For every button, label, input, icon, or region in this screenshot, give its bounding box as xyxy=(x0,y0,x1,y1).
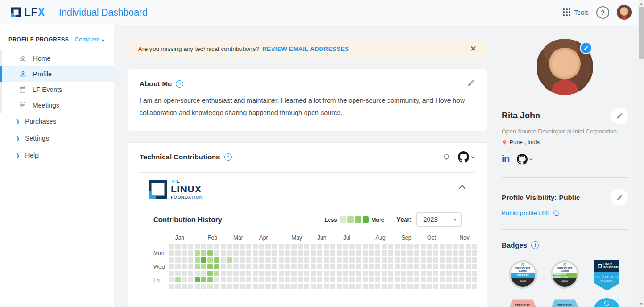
year-select[interactable]: 2023 ▾ xyxy=(416,212,462,227)
heatmap-cell-active[interactable] xyxy=(207,250,213,256)
heatmap-cell[interactable] xyxy=(227,284,232,289)
heatmap-cell[interactable] xyxy=(356,271,361,276)
heatmap-cell[interactable] xyxy=(407,264,413,269)
badge-fabric-administrator[interactable]: CERTIFIEDFABRICADMINISTRATOR xyxy=(507,298,538,307)
heatmap-cell[interactable] xyxy=(459,250,464,256)
heatmap-cell[interactable] xyxy=(343,250,348,256)
heatmap-cell[interactable] xyxy=(382,264,387,269)
heatmap-cell[interactable] xyxy=(324,284,329,289)
info-icon[interactable]: i xyxy=(224,153,232,161)
heatmap-cell[interactable] xyxy=(233,264,239,269)
heatmap-cell[interactable] xyxy=(375,277,380,282)
heatmap-cell[interactable] xyxy=(291,271,297,276)
heatmap-cell[interactable] xyxy=(453,284,458,289)
heatmap-cell[interactable] xyxy=(388,264,393,269)
heatmap-cell[interactable] xyxy=(343,277,348,282)
heatmap-cell[interactable] xyxy=(265,244,271,249)
heatmap-cell[interactable] xyxy=(401,284,406,289)
heatmap-cell[interactable] xyxy=(169,244,174,249)
sidebar-item-home[interactable]: Home xyxy=(0,50,114,66)
heatmap-cell[interactable] xyxy=(433,257,438,263)
heatmap-cell[interactable] xyxy=(433,264,438,269)
heatmap-cell[interactable] xyxy=(240,257,245,263)
heatmap-cell[interactable] xyxy=(246,277,251,282)
heatmap-cell[interactable] xyxy=(382,257,387,263)
heatmap-cell[interactable] xyxy=(356,264,361,269)
heatmap-cell[interactable] xyxy=(285,277,290,282)
heatmap-cell[interactable] xyxy=(356,257,361,263)
heatmap-cell[interactable] xyxy=(259,257,264,263)
badge-speaker-2020[interactable]: SOPEN SOURCE SUMMITSPEAKER2020 xyxy=(509,260,537,289)
heatmap-cell[interactable] xyxy=(188,271,193,276)
heatmap-cell[interactable] xyxy=(433,284,438,289)
heatmap-cell[interactable] xyxy=(272,250,277,256)
heatmap-cell[interactable] xyxy=(279,250,284,256)
heatmap-cell[interactable] xyxy=(311,271,316,276)
heatmap-cell[interactable] xyxy=(311,250,316,256)
heatmap-cell[interactable] xyxy=(304,264,309,269)
heatmap-cell[interactable] xyxy=(233,284,239,289)
heatmap-cell[interactable] xyxy=(253,284,258,289)
heatmap-cell[interactable] xyxy=(369,271,374,276)
heatmap-cell[interactable] xyxy=(459,257,464,263)
heatmap-cell[interactable] xyxy=(246,271,251,276)
heatmap-cell[interactable] xyxy=(343,284,348,289)
heatmap-cell[interactable] xyxy=(279,284,284,289)
heatmap-cell[interactable] xyxy=(472,284,477,289)
heatmap-cell[interactable] xyxy=(446,257,452,263)
heatmap-cell[interactable] xyxy=(472,244,477,249)
heatmap-cell[interactable] xyxy=(421,271,426,276)
heatmap-cell-active[interactable] xyxy=(201,277,206,282)
heatmap-cell[interactable] xyxy=(414,284,419,289)
heatmap-cell[interactable] xyxy=(369,250,374,256)
heatmap-cell-active[interactable] xyxy=(207,284,213,289)
heatmap-cell[interactable] xyxy=(440,277,445,282)
heatmap-cell-active[interactable] xyxy=(207,257,213,263)
heatmap-cell[interactable] xyxy=(349,277,355,282)
heatmap-cell-active[interactable] xyxy=(195,257,200,263)
heatmap-cell[interactable] xyxy=(246,264,251,269)
heatmap-cell[interactable] xyxy=(407,284,413,289)
heatmap-cell[interactable] xyxy=(349,244,355,249)
heatmap-cell[interactable] xyxy=(324,244,329,249)
page-scrollbar[interactable]: ▲ ▼ xyxy=(638,0,644,307)
badge-sawtooth-administrator[interactable]: CERTIFIEDSAWTOOTHADMINISTRATOR xyxy=(549,298,580,307)
heatmap-cell[interactable] xyxy=(233,277,239,282)
heatmap-cell[interactable] xyxy=(427,277,432,282)
heatmap-cell[interactable] xyxy=(214,250,219,256)
heatmap-cell[interactable] xyxy=(363,277,368,282)
heatmap-cell[interactable] xyxy=(188,250,193,256)
edit-photo-button[interactable] xyxy=(580,42,592,54)
heatmap-cell[interactable] xyxy=(265,257,271,263)
heatmap-cell[interactable] xyxy=(369,284,374,289)
heatmap-cell[interactable] xyxy=(285,284,290,289)
heatmap-cell[interactable] xyxy=(272,277,277,282)
heatmap-cell[interactable] xyxy=(453,277,458,282)
heatmap-cell[interactable] xyxy=(253,271,258,276)
heatmap-cell[interactable] xyxy=(324,271,329,276)
heatmap-cell[interactable] xyxy=(195,244,200,249)
heatmap-cell[interactable] xyxy=(356,244,361,249)
heatmap-cell[interactable] xyxy=(201,244,206,249)
heatmap-cell[interactable] xyxy=(382,244,387,249)
heatmap-cell[interactable] xyxy=(414,250,419,256)
heatmap-cell[interactable] xyxy=(285,264,290,269)
heatmap-cell[interactable] xyxy=(375,257,380,263)
public-profile-url-link[interactable]: Public profile URL xyxy=(502,209,628,216)
heatmap-cell-active[interactable] xyxy=(207,264,213,269)
heatmap-cell[interactable] xyxy=(349,257,355,263)
heatmap-cell[interactable] xyxy=(259,250,264,256)
heatmap-cell[interactable] xyxy=(446,277,452,282)
heatmap-cell[interactable] xyxy=(337,271,342,276)
sidebar-item-settings[interactable]: ❯Settings xyxy=(0,130,114,147)
heatmap-cell[interactable] xyxy=(246,257,251,263)
heatmap-cell[interactable] xyxy=(233,271,239,276)
heatmap-cell[interactable] xyxy=(317,264,322,269)
heatmap-cell[interactable] xyxy=(188,264,193,269)
heatmap-cell[interactable] xyxy=(472,250,477,256)
heatmap-cell[interactable] xyxy=(375,244,380,249)
heatmap-cell[interactable] xyxy=(317,271,322,276)
heatmap-cell[interactable] xyxy=(343,264,348,269)
review-email-addresses-link[interactable]: REVIEW EMAIL ADDRESSES xyxy=(263,45,349,52)
heatmap-cell[interactable] xyxy=(382,250,387,256)
